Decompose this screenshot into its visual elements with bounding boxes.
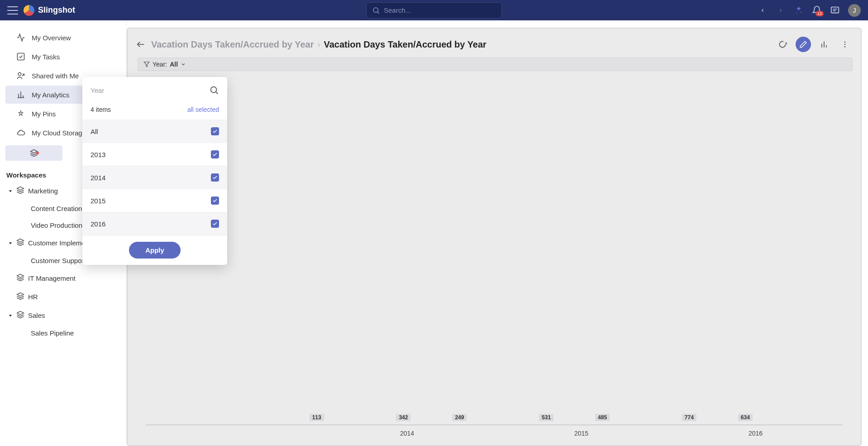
sparkle-icon[interactable]	[794, 5, 804, 15]
svg-line-33	[216, 92, 218, 94]
stack-icon	[16, 311, 24, 320]
checkbox-checked-icon	[211, 197, 219, 205]
stack-icon	[16, 186, 24, 196]
activity-icon	[16, 33, 25, 42]
chat-button[interactable]	[830, 5, 840, 15]
chart-type-button[interactable]	[816, 37, 832, 52]
topbar: Slingshot 13 J	[0, 0, 868, 20]
edit-button[interactable]	[796, 37, 811, 52]
apply-button[interactable]: Apply	[129, 242, 181, 259]
bar-value-label: 113	[310, 414, 324, 421]
filter-option[interactable]: 2013	[82, 143, 227, 166]
search-input[interactable]	[384, 6, 496, 14]
breadcrumb-parent[interactable]: Vacation Days Taken/Accrued by Year	[151, 39, 314, 50]
filter-option[interactable]: 2015	[82, 189, 227, 212]
chevron-right-icon: ›	[317, 40, 320, 49]
nav-item-my-tasks[interactable]: My Tasks	[5, 48, 121, 66]
filter-option-label: 2013	[91, 151, 105, 158]
nav-item-label: My Tasks	[32, 53, 60, 61]
workspace-item[interactable]: HR	[0, 288, 126, 306]
svg-marker-19	[17, 274, 24, 278]
checkbox-checked-icon	[211, 127, 219, 135]
x-axis-tick	[146, 430, 320, 437]
filter-icon	[143, 61, 150, 67]
stack-icon	[16, 238, 24, 248]
workspace-child-item[interactable]: Sales Pipeline	[0, 325, 126, 341]
pin-icon	[16, 109, 25, 118]
bar-value-label: 634	[738, 414, 753, 421]
caret-down-icon	[8, 187, 13, 195]
filter-option[interactable]: 2016	[82, 212, 227, 235]
workspace-label: Marketing	[28, 187, 58, 195]
notifications-button[interactable]: 13	[812, 5, 822, 15]
bar-value-label: 249	[452, 414, 467, 421]
alert-dot-icon	[36, 152, 39, 154]
menu-button[interactable]	[7, 6, 18, 14]
filter-option-label: 2014	[91, 174, 105, 182]
stack-icon	[16, 292, 24, 302]
main-content: Vacation Days Taken/Accrued by Year › Va…	[127, 20, 868, 446]
person-share-icon	[16, 71, 25, 80]
avatar[interactable]: J	[848, 4, 861, 17]
bar-chart-icon	[16, 90, 25, 99]
chevron-down-icon	[181, 62, 186, 67]
breadcrumb-current: Vacation Days Taken/Accrued by Year	[324, 39, 486, 50]
workspace-child-label: Video Production	[31, 221, 82, 229]
search-icon[interactable]	[209, 85, 219, 95]
svg-point-30	[844, 46, 846, 48]
nav-item-label: My Analytics	[32, 91, 69, 99]
popover-title: Year	[91, 86, 209, 94]
workspace-item[interactable]: Sales	[0, 306, 126, 325]
visualization-card: Vacation Days Taken/Accrued by Year › Va…	[127, 28, 862, 446]
svg-point-2	[801, 11, 801, 12]
svg-point-24	[779, 41, 785, 47]
checkbox-icon	[16, 52, 25, 61]
nav-forward-button[interactable]	[776, 5, 786, 15]
svg-marker-21	[9, 315, 12, 317]
svg-rect-4	[831, 7, 839, 13]
caret-down-icon	[8, 239, 13, 247]
checkbox-checked-icon	[211, 150, 219, 158]
refresh-button[interactable]	[775, 37, 790, 52]
nav-back-button[interactable]	[758, 5, 768, 15]
workspace-label: Sales	[28, 312, 45, 319]
app-name: Slingshot	[38, 5, 75, 15]
workspace-item[interactable]: IT Management	[0, 269, 126, 288]
x-axis-tick: 2016	[668, 430, 843, 437]
notification-badge: 13	[816, 11, 824, 16]
filter-option[interactable]: All	[82, 120, 227, 143]
more-button[interactable]	[837, 37, 853, 52]
select-all-link[interactable]: all selected	[187, 106, 219, 113]
checkbox-checked-icon	[211, 220, 219, 228]
svg-marker-31	[144, 62, 149, 67]
app-logo[interactable]: Slingshot	[24, 5, 75, 16]
nav-item-my-overview[interactable]: My Overview	[5, 29, 121, 47]
svg-marker-20	[17, 293, 24, 297]
svg-point-3	[796, 12, 797, 13]
workspace-switcher-button[interactable]	[5, 145, 62, 161]
back-button[interactable]	[136, 39, 146, 49]
stack-icon	[16, 273, 24, 283]
popover-item-count: 4 items	[91, 106, 111, 113]
search-icon	[372, 6, 380, 14]
svg-rect-7	[18, 53, 24, 60]
x-axis-tick: 2014	[320, 430, 494, 437]
svg-point-8	[18, 72, 21, 76]
filter-option-label: All	[91, 128, 98, 135]
svg-point-29	[844, 44, 846, 45]
workspace-child-label: Customer Support	[31, 257, 86, 264]
filter-option-label: 2015	[91, 197, 105, 205]
svg-marker-15	[9, 190, 12, 192]
year-filter-popover: Year 4 items all selected All20132014201…	[82, 77, 227, 265]
bar-value-label: 531	[539, 414, 553, 421]
year-filter-chip[interactable]: Year: All	[138, 58, 853, 71]
workspace-child-label: Sales Pipeline	[31, 329, 74, 337]
svg-point-0	[373, 8, 378, 13]
bar-value-label: 485	[595, 414, 610, 421]
filter-option[interactable]: 2014	[82, 166, 227, 189]
global-search[interactable]	[366, 2, 502, 19]
svg-marker-18	[17, 239, 24, 243]
logo-icon	[24, 5, 34, 16]
card-header: Vacation Days Taken/Accrued by Year › Va…	[136, 32, 853, 54]
checkbox-checked-icon	[211, 173, 219, 182]
